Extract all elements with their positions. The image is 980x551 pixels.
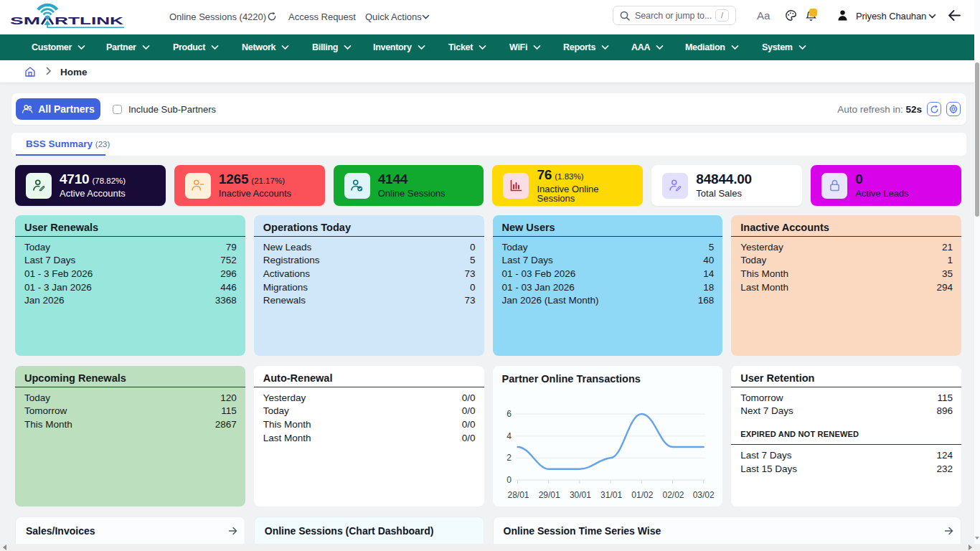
svg-text:0: 0 bbox=[507, 475, 512, 485]
svg-text:03/02: 03/02 bbox=[692, 490, 714, 500]
svg-text:SM: SM bbox=[10, 14, 40, 27]
svg-text:30/01: 30/01 bbox=[569, 490, 590, 500]
svg-text:4: 4 bbox=[507, 431, 512, 441]
svg-text:2: 2 bbox=[507, 453, 512, 463]
svg-text:31/01: 31/01 bbox=[600, 490, 622, 500]
svg-text:29/01: 29/01 bbox=[538, 490, 560, 500]
svg-text:6: 6 bbox=[507, 409, 512, 419]
svg-text:02/02: 02/02 bbox=[662, 490, 684, 500]
svg-text:RTLINK: RTLINK bbox=[55, 14, 124, 27]
svg-text:01/02: 01/02 bbox=[631, 490, 653, 500]
svg-text:28/01: 28/01 bbox=[507, 490, 529, 500]
